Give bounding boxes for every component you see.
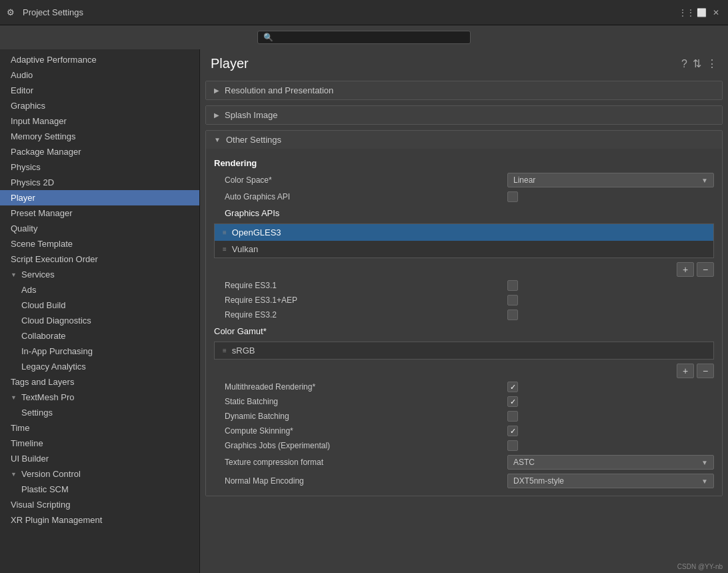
- sidebar-item-scene-template[interactable]: Scene Template: [0, 236, 199, 251]
- sidebar-item-plastic-scm[interactable]: Plastic SCM: [0, 482, 199, 497]
- drag-handle-vulkan: ≡: [223, 245, 227, 253]
- api-remove-btn[interactable]: −: [697, 262, 714, 277]
- sidebar-item-label: Player: [11, 193, 35, 203]
- restore-btn[interactable]: ⬜: [696, 7, 707, 18]
- splash-section-header[interactable]: ▶ Splash Image: [206, 106, 722, 124]
- sidebar-item-label: Visual Scripting: [11, 500, 70, 510]
- graphics-jobs-checkbox[interactable]: [507, 440, 518, 451]
- sidebar-item-collaborate[interactable]: Collaborate: [0, 328, 199, 344]
- sidebar-item-label: In-App Purchasing: [21, 346, 93, 356]
- require-es31aep-checkbox[interactable]: [507, 295, 518, 306]
- require-es31aep-control: [507, 295, 714, 306]
- sidebar-item-legacy-analytics[interactable]: Legacy Analytics: [0, 359, 199, 374]
- auto-graphics-row: Auto Graphics API: [214, 189, 714, 204]
- resolution-section-header[interactable]: ▶ Resolution and Presentation: [206, 81, 722, 99]
- sidebar-item-label: Legacy Analytics: [21, 362, 86, 372]
- normal-map-label: Normal Map Encoding: [214, 476, 502, 486]
- sidebar-item-audio[interactable]: Audio: [0, 67, 199, 83]
- sidebar-item-script-execution-order[interactable]: Script Execution Order: [0, 251, 199, 267]
- sidebar-item-visual-scripting[interactable]: Visual Scripting: [0, 497, 199, 512]
- api-add-btn[interactable]: +: [677, 262, 694, 277]
- help-icon[interactable]: ?: [681, 58, 687, 70]
- other-settings-header[interactable]: ▼ Other Settings: [206, 131, 722, 149]
- sidebar-item-package-manager[interactable]: Package Manager: [0, 144, 199, 159]
- require-es31-checkbox[interactable]: [507, 280, 518, 291]
- static-batching-checkbox[interactable]: [507, 396, 518, 407]
- layout-icon[interactable]: ⇅: [693, 57, 701, 70]
- sidebar-item-adaptive-performance[interactable]: Adaptive Performance: [0, 52, 199, 67]
- multithreaded-row: Multithreaded Rendering*: [214, 380, 714, 394]
- sidebar-item-physics[interactable]: Physics: [0, 159, 199, 175]
- more-icon[interactable]: ⋮: [707, 57, 717, 70]
- sidebar-item-textmesh-pro[interactable]: ▼TextMesh Pro: [0, 390, 199, 405]
- close-btn[interactable]: ✕: [711, 7, 721, 18]
- sidebar-item-cloud-build[interactable]: Cloud Build: [0, 298, 199, 313]
- sidebar-item-label: Preset Manager: [11, 208, 73, 218]
- sidebar-item-graphics[interactable]: Graphics: [0, 98, 199, 113]
- sidebar-item-editor[interactable]: Editor: [0, 83, 199, 98]
- sidebar-item-label: TextMesh Pro: [21, 392, 74, 402]
- search-input-wrap: 🔍: [257, 31, 471, 44]
- require-es32-checkbox[interactable]: [507, 310, 518, 320]
- sidebar-item-label: Services: [21, 269, 55, 279]
- sidebar-item-label: Memory Settings: [11, 131, 76, 141]
- sidebar-item-label: Ads: [21, 285, 36, 295]
- resolution-section-label: Resolution and Presentation: [225, 85, 333, 95]
- sidebar-item-timeline[interactable]: Timeline: [0, 436, 199, 451]
- sidebar-item-label: Collaborate: [21, 331, 66, 341]
- gamut-add-btn[interactable]: +: [677, 364, 694, 378]
- sidebar-item-quality[interactable]: Quality: [0, 221, 199, 236]
- graphics-jobs-control: [507, 440, 714, 451]
- sidebar-item-xr-plugin-management[interactable]: XR Plugin Management: [0, 512, 199, 528]
- sidebar-item-physics-2d[interactable]: Physics 2D: [0, 175, 199, 190]
- require-es31-control: [507, 280, 714, 291]
- sidebar-item-label: Timeline: [11, 438, 43, 448]
- compute-skinning-checkbox[interactable]: [507, 426, 518, 436]
- auto-graphics-checkbox[interactable]: [507, 191, 518, 202]
- window-controls: ⋮⋮ ⬜ ✕: [681, 7, 721, 18]
- gamut-remove-btn[interactable]: −: [697, 364, 714, 378]
- api-item-vulkan-label: Vulkan: [232, 244, 258, 254]
- sidebar-item-preset-manager[interactable]: Preset Manager: [0, 205, 199, 221]
- texture-compression-dropdown[interactable]: ASTC ▼: [507, 455, 714, 470]
- sidebar-item-services[interactable]: ▼Services: [0, 267, 199, 282]
- require-es32-label: Require ES3.2: [214, 310, 502, 320]
- graphics-jobs-label: Graphics Jobs (Experimental): [214, 441, 502, 450]
- sidebar-item-in-app-purchasing[interactable]: In-App Purchasing: [0, 344, 199, 359]
- sidebar-item-label: Version Control: [21, 469, 81, 479]
- splash-arrow-icon: ▶: [214, 111, 219, 119]
- dynamic-batching-checkbox[interactable]: [507, 411, 518, 422]
- normal-map-dropdown[interactable]: DXT5nm-style ▼: [507, 474, 714, 488]
- require-es31aep-label: Require ES3.1+AEP: [214, 296, 502, 305]
- sidebar-item-ui-builder[interactable]: UI Builder: [0, 451, 199, 466]
- api-item-opengl[interactable]: ≡ OpenGLES3: [215, 224, 713, 241]
- gamut-item-srgb[interactable]: ≡ sRGB: [215, 342, 713, 359]
- other-settings-label: Other Settings: [226, 135, 281, 145]
- sidebar-item-tags-and-layers[interactable]: Tags and Layers: [0, 374, 199, 390]
- sidebar-item-time[interactable]: Time: [0, 420, 199, 436]
- search-input[interactable]: [277, 33, 465, 42]
- sidebar-item-input-manager[interactable]: Input Manager: [0, 113, 199, 129]
- color-gamut-list: ≡ sRGB: [214, 342, 714, 360]
- color-space-dropdown[interactable]: Linear ▼: [507, 173, 714, 187]
- sidebar-item-settings[interactable]: Settings: [0, 405, 199, 420]
- require-es32-control: [507, 310, 714, 320]
- static-batching-label: Static Batching: [214, 397, 502, 406]
- dynamic-batching-control: [507, 411, 714, 422]
- color-space-label: Color Space*: [214, 175, 502, 185]
- sidebar-item-label: Time: [11, 423, 29, 433]
- expand-icon: ▼: [11, 471, 17, 478]
- sidebar-item-ads[interactable]: Ads: [0, 282, 199, 298]
- api-item-vulkan[interactable]: ≡ Vulkan: [215, 241, 713, 257]
- sidebar-item-version-control[interactable]: ▼Version Control: [0, 466, 199, 482]
- sidebar-item-player[interactable]: Player: [0, 190, 199, 205]
- main-content: Adaptive PerformanceAudioEditorGraphicsI…: [0, 49, 728, 573]
- sidebar-item-label: Scene Template: [11, 239, 73, 249]
- expand-icon: ▼: [11, 394, 17, 401]
- watermark: CSDN @YY-nb: [677, 563, 723, 570]
- multithreaded-checkbox[interactable]: [507, 382, 518, 392]
- compute-skinning-control: [507, 426, 714, 436]
- more-options-btn[interactable]: ⋮⋮: [681, 7, 692, 18]
- sidebar-item-cloud-diagnostics[interactable]: Cloud Diagnostics: [0, 313, 199, 328]
- sidebar-item-memory-settings[interactable]: Memory Settings: [0, 129, 199, 144]
